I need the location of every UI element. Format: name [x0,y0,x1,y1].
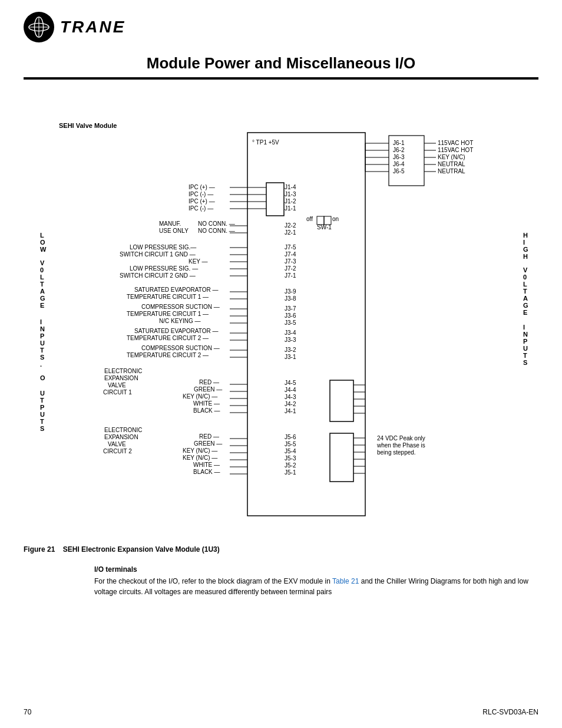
svg-text:T: T [40,347,44,354]
svg-text:GREEN —: GREEN — [194,386,222,393]
svg-text:G: G [523,302,528,309]
svg-text:N: N [40,325,45,332]
svg-text:COMPRESSOR SUCTION —: COMPRESSOR SUCTION — [141,345,220,351]
svg-text:L: L [523,281,527,288]
svg-text:EXPANSION: EXPANSION [104,375,138,381]
svg-text:NEUTRAL: NEUTRAL [438,161,465,167]
svg-text:LOW PRESSURE SIG.—: LOW PRESSURE SIG.— [130,244,196,251]
io-title: I/O terminals [94,565,538,574]
svg-text:RED —: RED — [199,379,219,386]
svg-text:T: T [40,281,44,288]
svg-text:J5-1: J5-1 [285,469,296,476]
page: TRANE Module Power and Miscellaneous I/O… [0,0,562,728]
svg-text:0: 0 [40,266,44,274]
svg-text:J1-1: J1-1 [285,205,296,212]
svg-rect-164 [330,433,353,482]
svg-text:I: I [40,318,42,325]
svg-text:J3-1: J3-1 [285,354,296,360]
svg-rect-47 [247,133,365,516]
svg-text:J4-2: J4-2 [285,401,296,407]
svg-text:RED —: RED — [199,433,219,440]
svg-text:off: off [306,216,313,222]
svg-text:.: . [40,361,42,368]
logo-text: TRANE [60,18,125,37]
svg-text:J5-3: J5-3 [285,455,296,462]
svg-text:NO CONN. —: NO CONN. — [198,228,235,234]
svg-text:GREEN —: GREEN — [194,440,222,447]
svg-text:T: T [40,418,44,425]
svg-text:N: N [523,331,528,338]
svg-text:BLACK —: BLACK — [193,407,220,414]
svg-text:J4-3: J4-3 [285,394,296,400]
svg-text:being stepped.: being stepped. [377,449,416,456]
svg-text:IPC (-) —: IPC (-) — [189,205,213,212]
svg-text:U: U [40,340,45,347]
io-section: I/O terminals For the checkout of the I/… [24,565,538,597]
svg-text:USE ONLY: USE ONLY [159,228,189,234]
svg-text:J3-3: J3-3 [285,337,296,343]
diagram-svg: L O W V 0 L T A G E I N P U T S . O U T … [24,91,538,539]
table-link[interactable]: Table 21 [332,577,359,585]
figure-text: SEHI Electronic Expansion Valve Module (… [63,545,220,554]
figure-number: Figure 21 [24,545,55,554]
svg-text:115VAC HOT: 115VAC HOT [438,147,473,153]
svg-text:TEMPERATURE CIRCUIT 1 —: TEMPERATURE CIRCUIT 1 — [127,294,209,300]
svg-text:24 VDC Peak only: 24 VDC Peak only [377,435,425,442]
svg-text:U: U [523,345,528,352]
svg-text:J5-4: J5-4 [285,448,296,454]
svg-text:L: L [40,274,44,281]
svg-text:TEMPERATURE CIRCUIT 1 —: TEMPERATURE CIRCUIT 1 — [127,311,209,317]
svg-text:J7-3: J7-3 [285,258,296,265]
svg-text:S: S [523,359,527,366]
svg-text:V: V [40,259,45,266]
svg-text:A: A [523,295,528,302]
diagram-container: L O W V 0 L T A G E I N P U T S . O U T … [24,91,538,539]
svg-text:BLACK —: BLACK — [193,469,220,475]
svg-rect-71 [266,183,284,216]
svg-text:SATURATED EVAPORATOR —: SATURATED EVAPORATOR — [134,328,218,334]
svg-text:J3-4: J3-4 [285,330,296,336]
svg-text:J3-7: J3-7 [285,305,296,312]
svg-text:J3-6: J3-6 [285,312,296,319]
svg-text:J1-3: J1-3 [285,191,296,197]
svg-text:CIRCUIT 2: CIRCUIT 2 [103,448,132,454]
svg-text:VALVE: VALVE [108,441,126,447]
svg-text:WHITE —: WHITE — [193,400,220,407]
footer: 70 RLC-SVD03A-EN [24,708,538,716]
svg-text:0: 0 [523,274,527,281]
logo-area: TRANE [24,12,538,42]
svg-text:P: P [40,332,44,340]
svg-text:J6-4: J6-4 [393,161,405,167]
figure-caption: Figure 21 SEHI Electronic Expansion Valv… [24,545,538,554]
svg-text:J5-6: J5-6 [285,434,296,440]
svg-text:J1-2: J1-2 [285,198,296,205]
svg-text:U: U [40,390,45,397]
svg-rect-85 [317,216,324,225]
svg-text:W: W [40,246,47,253]
svg-text:S: S [40,354,44,361]
svg-text:I: I [523,324,525,331]
svg-text:IPC (+) —: IPC (+) — [189,198,215,205]
svg-text:O: O [40,239,45,246]
svg-text:I: I [523,239,525,246]
svg-text:J6-1: J6-1 [393,140,405,146]
svg-text:IPC (+) —: IPC (+) — [189,184,215,190]
svg-text:ELECTRONIC: ELECTRONIC [104,427,142,433]
svg-text:ELECTRONIC: ELECTRONIC [104,368,142,374]
svg-text:J2-1: J2-1 [285,229,296,236]
svg-text:IPC (-) —: IPC (-) — [189,191,213,197]
svg-text:J5-2: J5-2 [285,462,296,469]
svg-text:° TP1 +5V: ° TP1 +5V [252,139,279,146]
svg-text:J7-4: J7-4 [285,251,296,258]
svg-text:KEY (N/C) —: KEY (N/C) — [183,447,217,454]
svg-text:when the Phase is: when the Phase is [376,442,425,449]
svg-text:J7-2: J7-2 [285,265,296,272]
svg-text:J2-2: J2-2 [285,222,296,229]
svg-text:J1-4: J1-4 [285,184,296,190]
svg-text:SWITCH CIRCUIT 1 GND —: SWITCH CIRCUIT 1 GND — [120,251,196,258]
trane-logo-icon [24,12,54,42]
svg-rect-139 [330,380,353,421]
svg-text:L: L [40,232,44,239]
svg-text:V: V [523,266,528,274]
svg-text:J4-4: J4-4 [285,387,296,393]
